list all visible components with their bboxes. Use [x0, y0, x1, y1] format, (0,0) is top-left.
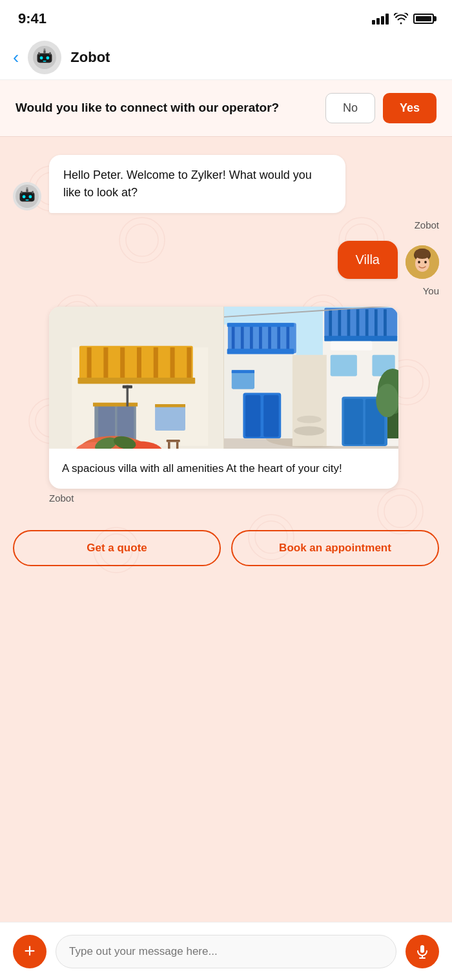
- svg-rect-91: [277, 325, 280, 352]
- svg-rect-97: [263, 395, 279, 437]
- villa-image-right: [224, 307, 399, 449]
- user-villa-message: Villa: [13, 241, 439, 279]
- villa-card: A spacious villa with all amenities At t…: [49, 307, 398, 489]
- svg-rect-78: [176, 442, 179, 449]
- svg-rect-89: [259, 325, 262, 352]
- svg-rect-64: [78, 378, 196, 383]
- svg-rect-59: [120, 347, 125, 379]
- mic-icon: [415, 944, 430, 959]
- signal-icon: [372, 13, 389, 25]
- svg-rect-90: [268, 325, 271, 352]
- battery-icon: [413, 14, 434, 24]
- svg-rect-58: [103, 347, 108, 379]
- svg-rect-99: [231, 370, 254, 373]
- status-icons: [372, 13, 434, 25]
- add-attachment-button[interactable]: +: [13, 935, 46, 968]
- svg-rect-70: [155, 404, 185, 407]
- bot-avatar-header: [28, 41, 61, 74]
- bot-header-name: Zobot: [70, 49, 110, 66]
- svg-rect-45: [32, 191, 33, 194]
- chat-messages: Hello Peter. Welcome to Zylker! What wou…: [0, 137, 452, 504]
- svg-point-42: [28, 195, 32, 198]
- svg-rect-62: [170, 347, 175, 379]
- user-face-icon: [406, 245, 439, 279]
- svg-point-4: [46, 56, 50, 59]
- villa-images: [49, 307, 398, 449]
- input-bar: +: [0, 922, 452, 980]
- back-button[interactable]: ‹: [13, 48, 19, 66]
- status-bar: 9:41: [0, 0, 452, 35]
- operator-buttons: No Yes: [325, 93, 437, 123]
- app-page: 9:41 ‹: [0, 0, 452, 980]
- svg-rect-103: [338, 309, 341, 336]
- bot-sender-name-2: Zobot: [49, 493, 74, 504]
- svg-rect-5: [43, 60, 46, 61]
- svg-rect-96: [245, 395, 261, 437]
- svg-rect-68: [93, 403, 138, 407]
- svg-rect-44: [21, 191, 22, 194]
- svg-rect-77: [168, 442, 170, 449]
- svg-rect-46: [26, 189, 28, 193]
- svg-rect-87: [240, 325, 243, 352]
- svg-rect-88: [250, 325, 253, 352]
- svg-point-51: [418, 261, 420, 263]
- svg-rect-69: [155, 404, 185, 431]
- book-appointment-button[interactable]: Book an appointment: [231, 530, 439, 566]
- svg-rect-113: [344, 399, 362, 445]
- svg-rect-109: [324, 336, 397, 341]
- svg-rect-56: [79, 346, 193, 380]
- svg-point-116: [294, 426, 324, 435]
- villa-image-left: [49, 307, 224, 449]
- operator-banner: Would you like to connect with our opera…: [0, 80, 452, 137]
- svg-rect-6: [39, 52, 40, 54]
- svg-rect-80: [123, 385, 132, 389]
- svg-rect-104: [347, 309, 350, 336]
- chat-scroll-area: Hello Peter. Welcome to Zylker! What wou…: [0, 137, 452, 922]
- svg-point-117: [297, 416, 322, 424]
- svg-rect-60: [137, 347, 141, 379]
- svg-rect-76: [167, 440, 180, 442]
- svg-rect-43: [26, 199, 29, 201]
- chat-header: ‹ Zobot: [0, 35, 452, 80]
- svg-rect-93: [227, 323, 294, 327]
- action-buttons-area: Get a quote Book an appointment: [0, 517, 452, 579]
- svg-point-47: [26, 187, 28, 189]
- svg-rect-57: [87, 347, 92, 379]
- svg-point-120: [376, 383, 398, 417]
- svg-rect-105: [356, 309, 359, 336]
- svg-rect-110: [330, 355, 356, 376]
- svg-rect-108: [384, 309, 387, 336]
- microphone-button[interactable]: [406, 935, 439, 968]
- svg-rect-7: [50, 52, 51, 54]
- svg-point-3: [40, 56, 43, 59]
- operator-no-button[interactable]: No: [325, 93, 375, 123]
- svg-rect-94: [227, 349, 294, 354]
- bot-sender-name-1: Zobot: [13, 219, 439, 230]
- svg-rect-86: [231, 325, 234, 352]
- svg-rect-123: [420, 945, 424, 953]
- villa-description: A spacious villa with all amenities At t…: [49, 449, 398, 489]
- svg-point-52: [424, 261, 427, 263]
- user-villa-bubble: Villa: [338, 241, 398, 279]
- svg-point-41: [23, 195, 26, 198]
- svg-rect-107: [375, 309, 378, 336]
- svg-rect-122: [330, 342, 372, 351]
- bot-greeting-message: Hello Peter. Welcome to Zylker! What wou…: [13, 155, 439, 213]
- svg-point-9: [44, 48, 46, 50]
- get-quote-button[interactable]: Get a quote: [13, 530, 221, 566]
- svg-rect-92: [286, 325, 289, 352]
- svg-rect-106: [365, 309, 368, 336]
- svg-rect-102: [329, 309, 332, 336]
- wifi-icon: [394, 13, 408, 25]
- operator-yes-button[interactable]: Yes: [383, 93, 437, 123]
- svg-rect-79: [127, 385, 129, 407]
- bot-greeting-bubble: Hello Peter. Welcome to Zylker! What wou…: [49, 155, 345, 213]
- bot-face-icon: [33, 46, 56, 69]
- bot-face-small-icon: [15, 185, 39, 208]
- svg-rect-8: [44, 50, 46, 54]
- user-sender-name: You: [13, 285, 439, 296]
- svg-point-53: [415, 249, 430, 259]
- message-input[interactable]: [56, 935, 396, 968]
- bot-avatar-small-1: [13, 182, 41, 210]
- operator-question: Would you like to connect with our opera…: [15, 99, 325, 117]
